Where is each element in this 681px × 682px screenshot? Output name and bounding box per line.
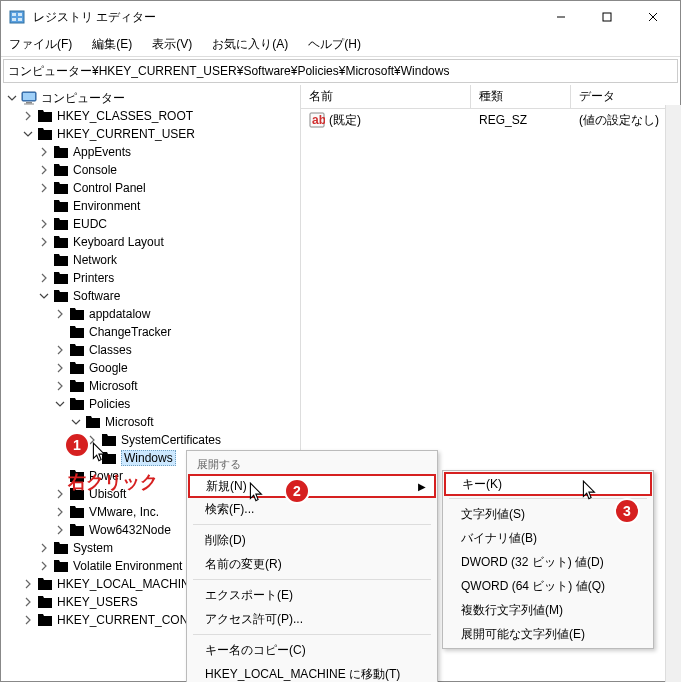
folder-icon (53, 217, 69, 231)
tree-node-prn[interactable]: Printers (1, 269, 300, 287)
tree-node-appevents[interactable]: AppEvents (1, 143, 300, 161)
ctx-jump[interactable]: HKEY_LOCAL_MACHINE に移動(T) (189, 662, 435, 682)
chevron-down-icon[interactable] (53, 397, 67, 411)
svg-rect-8 (18, 18, 22, 21)
sub-dword[interactable]: DWORD (32 ビット) 値(D) (445, 550, 651, 574)
sub-multistring[interactable]: 複数行文字列値(M) (445, 598, 651, 622)
chevron-right-icon[interactable] (37, 181, 51, 195)
tree-node-kbd[interactable]: Keyboard Layout (1, 233, 300, 251)
ctx-permissions[interactable]: アクセス許可(P)... (189, 607, 435, 631)
minimize-button[interactable] (538, 1, 584, 33)
window-title: レジストリ エディター (33, 9, 538, 26)
folder-icon (69, 307, 85, 321)
ctx-delete[interactable]: 削除(D) (189, 528, 435, 552)
menu-favorites[interactable]: お気に入り(A) (208, 34, 292, 55)
app-icon (9, 9, 25, 25)
tree-node-ms[interactable]: Microsoft (1, 377, 300, 395)
tree-node-sw[interactable]: Software (1, 287, 300, 305)
chevron-right-icon[interactable] (53, 505, 67, 519)
tree-label: Control Panel (73, 181, 146, 195)
close-button[interactable] (630, 1, 676, 33)
ctx-export[interactable]: エクスポート(E) (189, 583, 435, 607)
chevron-right-icon[interactable] (37, 145, 51, 159)
chevron-right-icon[interactable] (37, 271, 51, 285)
tree-label: VMware, Inc. (89, 505, 159, 519)
chevron-down-icon[interactable] (21, 127, 35, 141)
chevron-right-icon[interactable] (37, 235, 51, 249)
ctx-find[interactable]: 検索(F)... (189, 497, 435, 521)
tree-node-google[interactable]: Google (1, 359, 300, 377)
chevron-right-icon[interactable] (21, 109, 35, 123)
details-scrollbar[interactable] (665, 105, 681, 682)
folder-icon (53, 181, 69, 195)
menu-help[interactable]: ヘルプ(H) (304, 34, 365, 55)
tree-label: Software (73, 289, 120, 303)
sub-qword[interactable]: QWORD (64 ビット) 値(Q) (445, 574, 651, 598)
tree-node-cp[interactable]: Control Panel (1, 179, 300, 197)
menu-edit[interactable]: 編集(E) (88, 34, 136, 55)
value-row[interactable]: ab (既定) REG_SZ (値の設定なし) (301, 109, 680, 131)
tree-node-syscert[interactable]: SystemCertificates (1, 431, 300, 449)
chevron-down-icon[interactable] (5, 91, 19, 105)
tree-node-console[interactable]: Console (1, 161, 300, 179)
tree-node-pol[interactable]: Policies (1, 395, 300, 413)
menu-view[interactable]: 表示(V) (148, 34, 196, 55)
tree-label: EUDC (73, 217, 107, 231)
tree-node-net[interactable]: Network (1, 251, 300, 269)
folder-icon (37, 109, 53, 123)
chevron-right-icon[interactable] (37, 217, 51, 231)
ctx-rename[interactable]: 名前の変更(R) (189, 552, 435, 576)
tree-node-classes[interactable]: Classes (1, 341, 300, 359)
chevron-right-icon[interactable] (37, 559, 51, 573)
tree-label: System (73, 541, 113, 555)
tree-node-root[interactable]: コンピューター (1, 89, 300, 107)
ctx-new[interactable]: 新規(N)▶ (188, 474, 436, 498)
chevron-right-icon[interactable] (53, 361, 67, 375)
svg-rect-4 (10, 11, 24, 23)
folder-icon (85, 415, 101, 429)
address-bar[interactable]: コンピューター¥HKEY_CURRENT_USER¥Software¥Polic… (3, 59, 678, 83)
chevron-right-icon[interactable] (53, 487, 67, 501)
tree-node-pol_ms[interactable]: Microsoft (1, 413, 300, 431)
chevron-down-icon[interactable] (69, 415, 83, 429)
tree-node-hkcu[interactable]: HKEY_CURRENT_USER (1, 125, 300, 143)
tree-label: Microsoft (89, 379, 138, 393)
chevron-right-icon[interactable] (53, 307, 67, 321)
svg-rect-7 (12, 18, 16, 21)
col-type[interactable]: 種類 (471, 85, 571, 108)
tree-node-appdata[interactable]: appdatalow (1, 305, 300, 323)
sub-expandstring[interactable]: 展開可能な文字列値(E) (445, 622, 651, 646)
chevron-right-icon[interactable] (53, 523, 67, 537)
menu-file[interactable]: ファイル(F) (5, 34, 76, 55)
annotation-badge-1: 1 (64, 432, 90, 458)
chevron-right-icon[interactable] (21, 577, 35, 591)
sub-binary[interactable]: バイナリ値(B) (445, 526, 651, 550)
folder-icon (53, 289, 69, 303)
chevron-right-icon[interactable] (53, 379, 67, 393)
chevron-right-icon[interactable] (21, 595, 35, 609)
computer-icon (21, 91, 37, 105)
value-data: (値の設定なし) (571, 112, 680, 129)
tree-node-hkcr[interactable]: HKEY_CLASSES_ROOT (1, 107, 300, 125)
ctx-copy-key-name[interactable]: キー名のコピー(C) (189, 638, 435, 662)
folder-icon (69, 379, 85, 393)
tree-node-eudc[interactable]: EUDC (1, 215, 300, 233)
folder-icon (53, 253, 69, 267)
cursor-icon (249, 482, 265, 504)
chevron-right-icon[interactable] (37, 541, 51, 555)
tree-label: Volatile Environment (73, 559, 182, 573)
chevron-right-icon[interactable] (37, 163, 51, 177)
tree-node-env[interactable]: Environment (1, 197, 300, 215)
chevron-right-icon[interactable] (21, 613, 35, 627)
sub-key[interactable]: キー(K) (444, 472, 652, 496)
folder-icon (69, 361, 85, 375)
chevron-right-icon[interactable] (53, 343, 67, 357)
tree-node-ct[interactable]: ChangeTracker (1, 323, 300, 341)
col-data[interactable]: データ (571, 85, 680, 108)
chevron-down-icon[interactable] (37, 289, 51, 303)
col-name[interactable]: 名前 (301, 85, 471, 108)
submenu-arrow-icon: ▶ (418, 481, 426, 492)
folder-icon (53, 145, 69, 159)
maximize-button[interactable] (584, 1, 630, 33)
tree-label: Policies (89, 397, 130, 411)
